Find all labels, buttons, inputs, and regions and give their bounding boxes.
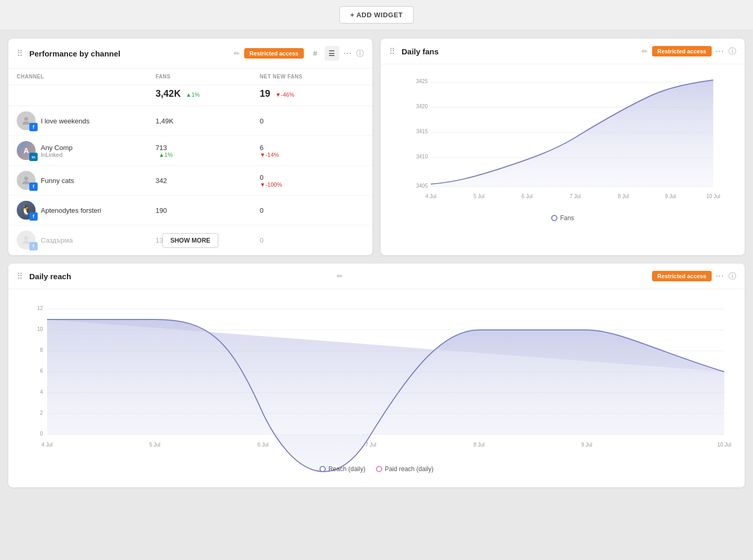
fans-legend-item: Fans bbox=[551, 214, 574, 222]
daily-reach-title: Daily reach bbox=[29, 272, 330, 281]
x-label: 7 Jul bbox=[569, 193, 580, 199]
x-label: 10 Jul bbox=[717, 442, 732, 448]
y-label: 4 bbox=[40, 389, 43, 395]
fans-area bbox=[431, 80, 713, 187]
more-options-icon[interactable]: ··· bbox=[716, 47, 724, 56]
x-label: 5 Jul bbox=[473, 193, 484, 199]
net-group: 6 ▼-14% bbox=[260, 144, 364, 158]
daily-fans-chart: 3425 3420 3415 3410 3405 bbox=[381, 64, 745, 236]
edit-icon[interactable]: ✏ bbox=[337, 272, 343, 280]
y-label: 6 bbox=[40, 368, 43, 374]
fans-legend-label: Fans bbox=[560, 214, 574, 222]
show-more-button[interactable]: SHOW MORE bbox=[163, 233, 219, 248]
show-more-section: f Саздърма 132 0 SHOW MORE bbox=[8, 225, 372, 255]
col-fans: FANS bbox=[156, 74, 260, 79]
daily-fans-header: ⠿ Daily fans ✏ Restricted access ··· ⓘ bbox=[381, 39, 745, 64]
show-more-overlay: SHOW MORE bbox=[163, 233, 219, 248]
fans-value: 342 bbox=[156, 177, 260, 185]
facebook-badge-icon: f bbox=[29, 242, 38, 250]
y-label: 3410 bbox=[416, 154, 428, 159]
channel-info: f I love weekends bbox=[17, 111, 156, 130]
col-net: NET NEW FANS bbox=[260, 74, 364, 79]
table-row: A in Any Comp InLinked 713 ▲1% 6 ▼-14% bbox=[8, 136, 372, 166]
fans-value: 1,49K bbox=[156, 117, 260, 125]
reach-legend-item: Reach (daily) bbox=[320, 465, 366, 473]
performance-widget-title: Performance by channel bbox=[29, 49, 227, 58]
info-icon[interactable]: ⓘ bbox=[728, 47, 736, 56]
daily-reach-header: ⠿ Daily reach ✏ Restricted access ··· ⓘ bbox=[8, 264, 745, 289]
channel-info: f Funny cats bbox=[17, 171, 156, 190]
table-tab[interactable]: ☰ bbox=[325, 46, 339, 61]
hashtag-tab[interactable]: # bbox=[308, 46, 323, 61]
y-label: 3420 bbox=[416, 104, 428, 109]
channel-name-multi: Any Comp InLinked bbox=[41, 144, 73, 158]
more-options-icon[interactable]: ··· bbox=[344, 49, 352, 58]
y-label: 0 bbox=[40, 431, 43, 437]
x-label: 9 Jul bbox=[581, 442, 592, 448]
x-label: 4 Jul bbox=[41, 442, 52, 448]
facebook-badge-icon: f bbox=[29, 123, 38, 131]
edit-icon[interactable]: ✏ bbox=[642, 47, 648, 55]
drag-handle-icon[interactable]: ⠿ bbox=[17, 49, 23, 59]
reach-legend-label: Reach (daily) bbox=[328, 465, 366, 473]
tab-icons: # ☰ bbox=[308, 46, 339, 61]
restricted-badge: Restricted access bbox=[652, 271, 712, 281]
info-icon[interactable]: ⓘ bbox=[728, 271, 736, 281]
linkedin-badge-icon: in bbox=[29, 153, 38, 161]
restricted-badge: Restricted access bbox=[652, 46, 712, 56]
channel-name: Aptenodytes forsteri bbox=[41, 207, 101, 214]
daily-fans-title: Daily fans bbox=[402, 47, 635, 56]
avatar: f bbox=[17, 171, 36, 190]
svg-point-2 bbox=[24, 236, 28, 240]
avatar: f bbox=[17, 231, 36, 249]
paid-reach-legend-label: Paid reach (daily) bbox=[385, 465, 433, 473]
performance-by-channel-widget: ⠿ Performance by channel ✏ Restricted ac… bbox=[8, 39, 372, 255]
net-value: 0 bbox=[260, 236, 364, 244]
edit-icon[interactable]: ✏ bbox=[234, 49, 240, 58]
avatar: 🐧 f bbox=[17, 201, 36, 220]
performance-widget-header: ⠿ Performance by channel ✏ Restricted ac… bbox=[8, 39, 372, 68]
restricted-badge: Restricted access bbox=[244, 48, 304, 59]
more-options-icon[interactable]: ··· bbox=[716, 271, 724, 281]
x-label: 6 Jul bbox=[257, 442, 268, 448]
net-value: 0 bbox=[260, 117, 364, 125]
x-label: 4 Jul bbox=[425, 193, 436, 199]
y-label: 12 bbox=[37, 305, 43, 311]
y-label: 8 bbox=[40, 347, 43, 353]
daily-reach-widget: ⠿ Daily reach ✏ Restricted access ··· ⓘ … bbox=[8, 264, 745, 487]
chart-legend: Fans bbox=[389, 210, 736, 228]
channel-table: CHANNEL FANS NET NEW FANS 3,42K ▲1% 19 ▼… bbox=[8, 68, 372, 255]
daily-fans-widget: ⠿ Daily fans ✏ Restricted access ··· ⓘ 3… bbox=[381, 39, 745, 255]
x-label: 8 Jul bbox=[618, 193, 629, 199]
add-widget-button[interactable]: + ADD WIDGET bbox=[339, 6, 414, 24]
table-row: 🐧 f Aptenodytes forsteri 190 0 bbox=[8, 196, 372, 225]
fans-value: 190 bbox=[156, 207, 260, 214]
avatar: A in bbox=[17, 141, 36, 160]
info-icon[interactable]: ⓘ bbox=[356, 49, 364, 59]
x-label: 6 Jul bbox=[521, 193, 532, 199]
svg-point-1 bbox=[24, 177, 28, 180]
channel-name: Саздърма bbox=[41, 236, 73, 244]
y-label: 3415 bbox=[416, 129, 428, 134]
drag-handle-icon[interactable]: ⠿ bbox=[17, 271, 23, 281]
x-label: 7 Jul bbox=[365, 442, 376, 448]
channel-name: I love weekends bbox=[41, 117, 89, 125]
dashboard: ⠿ Performance by channel ✏ Restricted ac… bbox=[0, 30, 753, 496]
fans-group: 713 ▲1% bbox=[156, 144, 260, 158]
fans-chart-svg: 3425 3420 3415 3410 3405 bbox=[389, 73, 736, 209]
x-label: 9 Jul bbox=[665, 193, 676, 199]
drag-handle-icon[interactable]: ⠿ bbox=[389, 47, 395, 56]
table-summary: 3,42K ▲1% 19 ▼-46% bbox=[8, 85, 372, 106]
y-label: 2 bbox=[40, 410, 43, 416]
channel-info: 🐧 f Aptenodytes forsteri bbox=[17, 201, 156, 220]
facebook-badge-icon: f bbox=[29, 182, 38, 191]
fans-summary: 3,42K ▲1% bbox=[156, 88, 260, 99]
reach-legend-dot bbox=[320, 466, 326, 472]
reach-chart-svg: 12 10 8 6 4 2 0 bbox=[17, 298, 736, 460]
y-label: 3405 bbox=[416, 183, 428, 189]
y-label: 10 bbox=[37, 326, 43, 332]
x-label: 8 Jul bbox=[473, 442, 484, 448]
table-row: f Funny cats 342 0 ▼-100% bbox=[8, 166, 372, 196]
table-header: CHANNEL FANS NET NEW FANS bbox=[8, 68, 372, 85]
y-label: 3425 bbox=[416, 78, 428, 84]
